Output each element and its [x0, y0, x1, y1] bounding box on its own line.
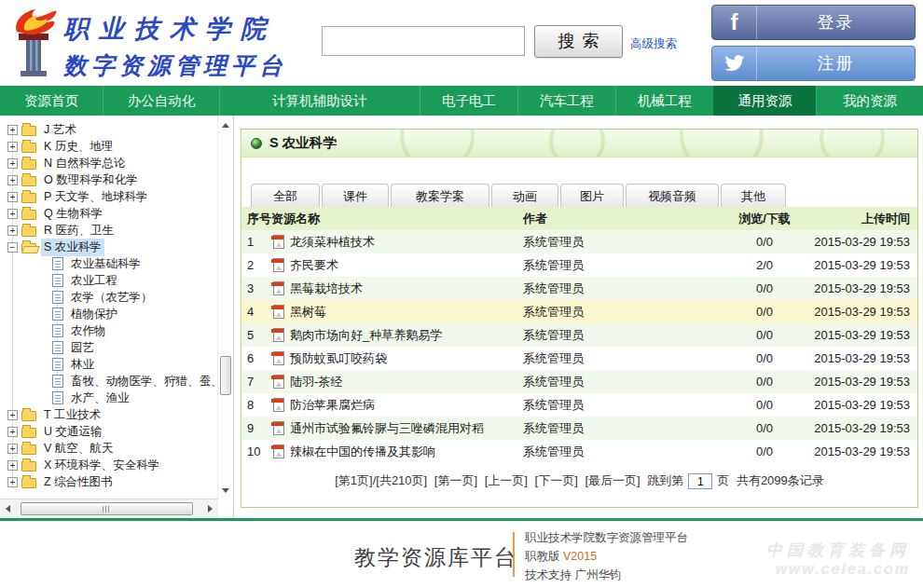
tree-child-animal-husbandry[interactable]: 畜牧、动物医学、狩猎、蚕、蜂 — [0, 373, 217, 390]
table-row[interactable]: 6 预防蚊虱叮咬药袋 系统管理员 0/0 2015-03-29 19:53 — [241, 347, 917, 370]
resource-name-link[interactable]: 陆羽-茶经 — [290, 370, 342, 393]
expand-icon[interactable] — [7, 460, 18, 471]
tab-courseware[interactable]: 课件 — [322, 184, 389, 207]
resource-name-link[interactable]: 防治苹果腐烂病 — [290, 393, 375, 417]
folder-icon — [21, 428, 36, 438]
table-row-highlighted[interactable]: 4 黑树莓 系统管理员 0/0 2015-03-29 19:53 — [241, 300, 917, 323]
resource-name-link[interactable]: 齐民要术 — [290, 253, 338, 277]
row-date: 2015-03-29 19:53 — [808, 370, 917, 393]
resource-name-link[interactable]: 黑树莓 — [290, 300, 326, 323]
tree-item-x-environment-safety[interactable]: X 环境科学、安全科学 — [0, 457, 217, 473]
tree-horizontal-scrollbar[interactable] — [0, 499, 218, 518]
table-row[interactable]: 9 通州市试验氟铃脲与三唑磷混用对稻 系统管理员 0/0 2015-03-29 … — [241, 417, 917, 440]
vertical-scrollbar-thumb[interactable] — [220, 356, 231, 395]
scroll-left-icon[interactable] — [6, 505, 10, 513]
expand-icon[interactable] — [7, 427, 18, 437]
tab-images[interactable]: 图片 — [560, 184, 624, 207]
tree-child-label: 园艺 — [68, 339, 97, 356]
expand-icon[interactable] — [7, 209, 18, 219]
tree-item-z-comprehensive-books[interactable]: Z 综合性图书 — [0, 473, 217, 490]
first-page-link[interactable]: [第一页] — [434, 473, 477, 487]
nav-item-office-automation[interactable]: 办公自动化 — [103, 86, 219, 116]
tree-child-plant-protection[interactable]: 植物保护 — [0, 306, 217, 322]
expand-icon[interactable] — [7, 226, 18, 236]
expand-icon[interactable] — [7, 158, 18, 169]
nav-item-automotive[interactable]: 汽车工程 — [517, 86, 615, 116]
expand-icon[interactable] — [7, 444, 18, 454]
expand-icon[interactable] — [7, 477, 18, 487]
table-row[interactable]: 1 龙须菜种植技术 系统管理员 0/0 2015-03-29 19:53 — [241, 230, 917, 253]
next-page-link[interactable]: [下一页] — [535, 473, 578, 487]
advanced-search-link[interactable]: 高级搜索 — [630, 36, 677, 52]
last-page-link[interactable]: [最后一页] — [585, 473, 640, 487]
resource-name-link[interactable]: 辣椒在中国的传播及其影响 — [290, 440, 435, 463]
table-row[interactable]: 2 齐民要术 系统管理员 2/0 2015-03-29 19:53 — [241, 253, 917, 277]
tree-child-agri-basic-science[interactable]: 农业基础科学 — [0, 255, 217, 272]
table-row[interactable]: 10 辣椒在中国的传播及其影响 系统管理员 0/0 2015-03-29 19:… — [241, 440, 917, 463]
nav-item-cad[interactable]: 计算机辅助设计 — [219, 86, 420, 116]
tree-vertical-scrollbar[interactable] — [217, 116, 233, 499]
table-row[interactable]: 8 防治苹果腐烂病 系统管理员 0/0 2015-03-29 19:53 — [241, 393, 917, 417]
scroll-down-icon[interactable] — [222, 488, 229, 493]
expand-icon[interactable] — [7, 125, 18, 135]
tree-child-horticulture[interactable]: 园艺 — [0, 339, 217, 356]
document-icon — [52, 375, 63, 388]
tree-item-q-biology[interactable]: Q 生物科学 — [0, 205, 217, 222]
row-author: 系统管理员 — [516, 253, 721, 277]
table-row[interactable]: 3 黑莓栽培技术 系统管理员 0/0 2015-03-29 19:53 — [241, 277, 917, 300]
resource-name-link[interactable]: 黑莓栽培技术 — [290, 277, 363, 300]
tree-item-t-industrial-tech[interactable]: T 工业技术 — [0, 406, 217, 423]
login-button[interactable]: f 登录 — [711, 5, 916, 40]
resource-name-link[interactable]: 预防蚊虱叮咬药袋 — [290, 347, 387, 370]
scroll-right-icon[interactable] — [208, 505, 213, 513]
row-number: 6 — [241, 347, 271, 370]
tree-item-v-aviation-aerospace[interactable]: V 航空、航天 — [0, 440, 217, 457]
page-jump-input[interactable] — [688, 473, 712, 489]
table-row[interactable]: 5 鹅肉市场向好_种草养鹅易学 系统管理员 0/0 2015-03-29 19:… — [241, 323, 917, 347]
expand-icon[interactable] — [7, 192, 18, 202]
row-number: 7 — [241, 370, 271, 393]
tab-video-audio[interactable]: 视频音频 — [626, 184, 719, 207]
nav-item-electronics[interactable]: 电子电工 — [420, 86, 517, 116]
tab-lesson-plans[interactable]: 教案学案 — [391, 184, 489, 207]
prev-page-link[interactable]: [上一页] — [485, 473, 528, 487]
tree-item-r-medicine-health[interactable]: R 医药、卫生 — [0, 222, 217, 239]
nav-item-my-resources[interactable]: 我的资源 — [816, 86, 923, 116]
tree-item-j-art[interactable]: J 艺术 — [0, 121, 217, 138]
tree-item-o-math-chemistry[interactable]: O 数理科学和化学 — [0, 171, 217, 188]
tree-child-fishery[interactable]: 水产、渔业 — [0, 390, 217, 406]
tree-item-s-agriculture[interactable]: S 农业科学 — [0, 239, 217, 255]
register-button[interactable]: 注册 — [711, 46, 916, 81]
register-button-label: 注册 — [757, 47, 915, 80]
tab-animation[interactable]: 动画 — [491, 184, 558, 207]
tab-all[interactable]: 全部 — [251, 184, 320, 207]
tree-item-u-transportation[interactable]: U 交通运输 — [0, 423, 217, 440]
nav-item-mechanical[interactable]: 机械工程 — [615, 86, 713, 116]
expand-icon[interactable] — [7, 410, 18, 420]
tree-child-forestry[interactable]: 林业 — [0, 356, 217, 373]
scroll-up-icon[interactable] — [222, 123, 229, 128]
tree-child-agri-engineering[interactable]: 农业工程 — [0, 272, 217, 289]
search-input[interactable] — [322, 26, 525, 56]
nav-item-home[interactable]: 资源首页 — [0, 86, 103, 116]
expand-icon[interactable] — [7, 142, 18, 152]
tree-item-p-astronomy-earth[interactable]: P 天文学、地球科学 — [0, 188, 217, 205]
tree-item-k-history-geography[interactable]: K 历史、地理 — [0, 138, 217, 155]
resource-name-link[interactable]: 鹅肉市场向好_种草养鹅易学 — [290, 323, 442, 347]
tree-item-n-natural-science[interactable]: N 自然科学总论 — [0, 155, 217, 171]
tree-child-crops[interactable]: 农作物 — [0, 322, 217, 339]
resource-name-link[interactable]: 通州市试验氟铃脲与三唑磷混用对稻 — [290, 417, 484, 440]
tab-other[interactable]: 其他 — [721, 184, 786, 207]
expand-icon[interactable] — [7, 175, 18, 185]
collapse-icon[interactable] — [7, 242, 18, 253]
folder-icon — [21, 193, 36, 203]
search-button[interactable]: 搜索 — [534, 25, 623, 58]
row-date: 2015-03-29 19:53 — [808, 417, 917, 440]
tree-child-agronomy[interactable]: 农学（农艺学） — [0, 289, 217, 306]
footer-edition-label: 职教版 — [525, 550, 560, 563]
resource-name-link[interactable]: 龙须菜种植技术 — [290, 230, 375, 253]
horizontal-scrollbar-thumb[interactable] — [21, 502, 193, 515]
table-row[interactable]: 7 陆羽-茶经 系统管理员 0/0 2015-03-29 19:53 — [241, 370, 917, 393]
nav-item-general-resources[interactable]: 通用资源 — [713, 86, 816, 116]
tree-item-label: R 医药、卫生 — [41, 222, 117, 239]
